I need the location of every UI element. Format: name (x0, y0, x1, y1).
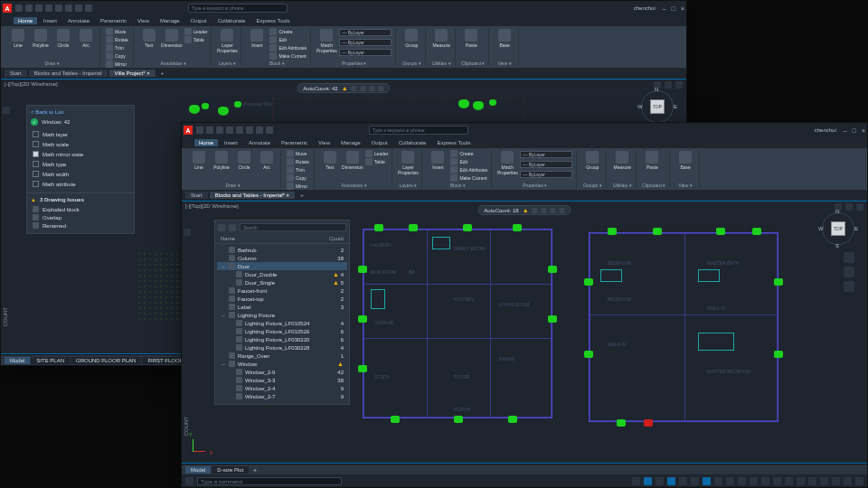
help-search-input[interactable]: Type a keyword or phrase (188, 4, 288, 13)
pill-prev-icon[interactable] (352, 86, 357, 91)
copy-button[interactable]: Copy (287, 174, 310, 182)
qat-undo-icon[interactable] (246, 127, 253, 134)
panel-label[interactable]: Properties ▾ (316, 60, 392, 66)
property-select-1[interactable]: — ByLayer (520, 161, 572, 168)
status-snap-icon[interactable] (632, 477, 640, 485)
pill-accept-icon[interactable] (379, 86, 384, 91)
tree-node-window[interactable]: –Window▲ (217, 360, 347, 368)
ribbon-tabs[interactable]: HomeInsertAnnotateParametricViewManageOu… (182, 137, 867, 148)
panel-label[interactable]: Clipboard ▾ (461, 60, 485, 66)
tree-node-lighting-fixture-lf010526[interactable]: Lighting Fixture_LF0105266 (217, 327, 347, 335)
count-palette[interactable]: Search Name Count Bathtub2Column38–DoorD… (214, 220, 350, 405)
viewcube-top[interactable]: TOP (831, 221, 845, 236)
pill-prev-icon[interactable] (533, 208, 538, 213)
status-hardware-icon[interactable] (832, 477, 840, 485)
status-annomonitor-icon[interactable] (773, 477, 781, 485)
check-math-attribute[interactable]: Math attribute (31, 179, 130, 189)
qat-share-icon[interactable] (266, 127, 273, 134)
ribbon-tab-home[interactable]: Home (14, 17, 37, 24)
text-button[interactable]: Text (320, 150, 340, 170)
ribbon-tab-view[interactable]: View (314, 139, 335, 146)
new-doc-tab-button[interactable]: + (297, 192, 307, 198)
base-button[interactable]: Base (495, 28, 514, 48)
doc-tab-0[interactable]: Blocks and Tables - Imperial (29, 70, 108, 77)
check-math-scale[interactable]: Math scale (31, 139, 130, 149)
group-button[interactable]: Group (582, 150, 602, 170)
panel-label[interactable]: Layers ▾ (217, 60, 237, 66)
status-model-icon[interactable] (185, 477, 193, 485)
trim-button[interactable]: Trim (106, 44, 129, 52)
ucs-gizmo[interactable]: X Y (189, 437, 207, 455)
check-math-layer[interactable]: Math layer (31, 129, 130, 139)
dimension-button[interactable]: Dimension (162, 28, 182, 48)
dimension-button[interactable]: Dimension (343, 150, 363, 170)
panel-label[interactable]: Annotation ▾ (139, 60, 208, 66)
tree-node-lighting-fixture-lf010524[interactable]: Lighting Fixture_LF0105244 (217, 319, 347, 327)
close-button[interactable]: × (862, 127, 865, 134)
paste-button[interactable]: Paste (461, 28, 481, 48)
panel-label[interactable]: View ▾ (675, 182, 695, 188)
paste-button[interactable]: Paste (642, 150, 662, 170)
count-rail-label[interactable]: COUNT (3, 307, 8, 326)
viewcube-top[interactable]: TOP (650, 99, 665, 114)
checkbox-icon[interactable] (33, 181, 39, 187)
group-button[interactable]: Group (401, 28, 421, 48)
document-tabs[interactable]: Start Blocks and Tables - Imperial Villa… (1, 68, 686, 79)
qat-plot-icon[interactable] (236, 127, 243, 134)
line-button[interactable]: Line (8, 28, 28, 48)
tree-node-door-double[interactable]: Door_Double▲ 4 (217, 270, 347, 278)
new-layout-button[interactable]: + (250, 467, 260, 473)
table-button[interactable]: Table (365, 158, 389, 165)
make-current-button[interactable]: Make Current (450, 174, 487, 182)
qat-share-icon[interactable] (85, 5, 92, 12)
tree-node-window-2-7[interactable]: Window_2-79 (217, 392, 347, 400)
back-to-list-link[interactable]: < Back to List (31, 109, 130, 115)
qat-plot-icon[interactable] (55, 5, 62, 12)
ribbon-tab-annotate[interactable]: Annotate (244, 139, 275, 146)
pill-next-icon[interactable] (361, 86, 366, 91)
ribbon-tab-parametric[interactable]: Parametric (277, 139, 312, 146)
status-grid-icon[interactable] (644, 477, 652, 485)
rotate-button[interactable]: Rotate (287, 158, 310, 165)
ribbon-tab-collaborate[interactable]: Collaborate (394, 139, 431, 146)
trim-button[interactable]: Trim (287, 166, 310, 174)
arc-button[interactable]: Arc (257, 150, 277, 170)
ribbon-tab-manage[interactable]: Manage (336, 139, 365, 146)
property-select-2[interactable]: — ByLayer (339, 49, 392, 56)
tree-node-column[interactable]: Column38 (217, 254, 347, 262)
tree-node-window-3-3[interactable]: Window_3-338 (217, 376, 347, 384)
circle-button[interactable]: Circle (53, 28, 73, 48)
polyline-button[interactable]: Polyline (212, 150, 231, 170)
text-button[interactable]: Text (139, 28, 159, 48)
titlebar[interactable]: A Type a keyword or phrase chenchoi – □ … (182, 123, 867, 137)
qat-open-icon[interactable] (25, 5, 33, 12)
layout-tabs[interactable]: ModelD-size Plot+ (182, 464, 867, 474)
ribbon-tab-output[interactable]: Output (367, 139, 392, 146)
nav-tools[interactable] (844, 252, 854, 292)
ribbon-tab-insert[interactable]: Insert (39, 17, 61, 24)
insert-button[interactable]: Insert (428, 150, 448, 170)
maximize-button[interactable]: □ (853, 127, 856, 134)
measure-button[interactable]: Measure (612, 150, 632, 170)
navwheel-icon[interactable] (844, 252, 854, 263)
document-tabs[interactable]: Start Blocks and Tables - Imperial* × + (182, 190, 867, 201)
tree-node-window-2-4[interactable]: Window_2-49 (217, 384, 347, 392)
make-current-button[interactable]: Make Current (269, 52, 307, 60)
tree-node-faucet-top[interactable]: Faucet-top2 (217, 295, 347, 303)
copy-button[interactable]: Copy (106, 52, 129, 60)
count-collapse-icon[interactable] (184, 229, 191, 236)
pill-accept-icon[interactable] (560, 208, 565, 213)
doc-tab-start[interactable]: Start (5, 70, 27, 77)
measure-button[interactable]: Measure (431, 28, 451, 48)
panel-label[interactable]: Draw ▾ (189, 182, 277, 188)
status-otrack-icon[interactable] (703, 477, 711, 485)
create-button[interactable]: Create (269, 28, 307, 35)
rotate-button[interactable]: Rotate (106, 36, 129, 43)
qat-new-icon[interactable] (196, 127, 203, 134)
pill-refresh-icon[interactable] (370, 86, 375, 91)
property-select-0[interactable]: — ByLayer (339, 29, 392, 36)
help-search-input[interactable]: Type a keyword or phrase (369, 126, 468, 135)
ribbon-tab-parametric[interactable]: Parametric (96, 17, 131, 24)
user-label[interactable]: chenchoi (634, 5, 656, 11)
status-units-icon[interactable] (785, 477, 793, 485)
